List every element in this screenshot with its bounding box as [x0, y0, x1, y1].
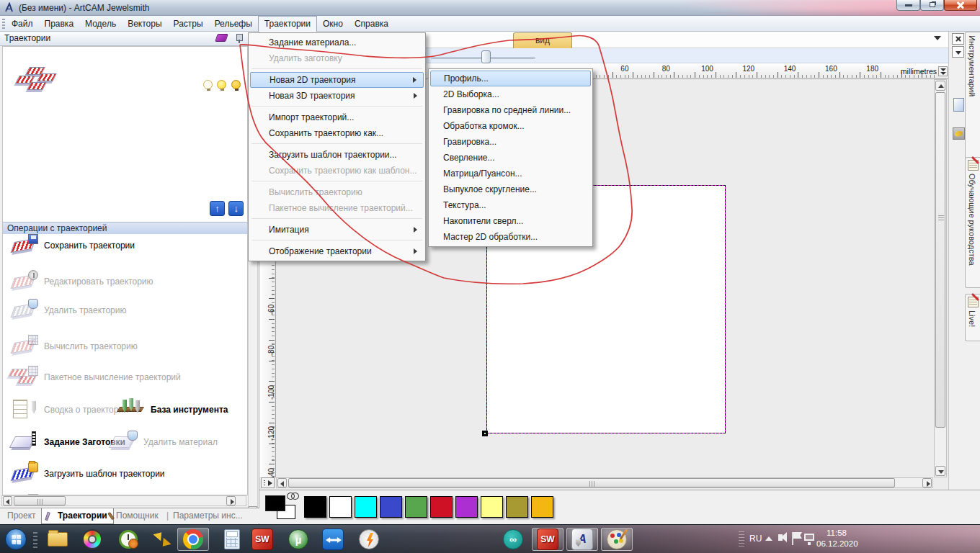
- pane-split-button[interactable]: [261, 477, 275, 488]
- menu-item-save-toolpath-as[interactable]: Сохранить траекторию как...: [250, 125, 424, 141]
- color-swatch[interactable]: [481, 496, 503, 518]
- scrollbar-thumb[interactable]: [935, 92, 945, 428]
- menu-item-batch-calculate[interactable]: Пакетное вычисление траекторий...: [250, 200, 424, 216]
- menu-item-new-2d-toolpath[interactable]: Новая 2D траектория: [250, 72, 424, 88]
- menu-item-new-3d-toolpath[interactable]: Новая 3D траектория: [250, 88, 424, 104]
- menu-item-simulation[interactable]: Имитация: [250, 222, 424, 238]
- submenu-item-texture[interactable]: Текстура...: [430, 197, 591, 213]
- minimize-button[interactable]: [896, 0, 920, 11]
- scroll-right-button[interactable]: [226, 496, 236, 505]
- primary-secondary-color-selector[interactable]: [265, 494, 303, 521]
- menu-model[interactable]: Модель: [79, 17, 122, 32]
- op-delete-toolpath[interactable]: Удалить траекторию: [10, 297, 126, 323]
- color-swatch[interactable]: [355, 496, 377, 518]
- menu-toolpaths[interactable]: Траектории: [258, 16, 317, 32]
- menu-window[interactable]: Окно: [317, 17, 349, 32]
- volume-icon[interactable]: [778, 534, 783, 541]
- menu-item-load-toolpath-template[interactable]: Загрузить шаблон траектории...: [250, 147, 424, 163]
- ruler-options-button[interactable]: [938, 66, 948, 76]
- op-toolpath-summary[interactable]: Сводка о траектории: [10, 397, 128, 423]
- tab-live[interactable]: Live!: [965, 294, 980, 341]
- menu-item-calculate-toolpath[interactable]: Вычислить траекторию: [250, 184, 424, 200]
- canvas-horizontal-scrollbar[interactable]: [276, 477, 933, 488]
- taskbar-icon-artcam-active[interactable]: A: [566, 528, 598, 551]
- relief-icon[interactable]: [953, 127, 965, 140]
- menu-vectors[interactable]: Векторы: [122, 17, 167, 32]
- taskbar-icon-utorrent[interactable]: µ: [285, 528, 311, 551]
- tab-tutorials[interactable]: Обучающие руководства: [965, 157, 980, 288]
- taskbar-icon-alarm[interactable]: [115, 528, 141, 551]
- color-swatch[interactable]: [430, 496, 453, 518]
- panel-dropdown-button[interactable]: [952, 46, 964, 58]
- toolpath-group-icon[interactable]: [17, 67, 49, 96]
- pin-icon[interactable]: [235, 34, 243, 43]
- taskbar-icon-paint-active[interactable]: [601, 528, 633, 551]
- submenu-item-convex-rounding[interactable]: Выпуклое скругление...: [430, 181, 591, 197]
- tray-clock[interactable]: 11:58 06.12.2020: [816, 528, 857, 549]
- menu-edit[interactable]: Правка: [39, 17, 80, 32]
- restore-button[interactable]: [920, 0, 944, 11]
- color-swatch[interactable]: [405, 496, 427, 518]
- scroll-right-button[interactable]: [922, 478, 932, 487]
- taskbar-icon-solidworks[interactable]: SW: [249, 528, 275, 551]
- move-down-button[interactable]: ↓: [228, 201, 244, 216]
- taskbar-icon-calculator[interactable]: [219, 528, 245, 551]
- color-swatch[interactable]: [329, 496, 352, 518]
- taskbar-icon-arrows-tool[interactable]: [149, 528, 175, 551]
- panel-close-button[interactable]: [952, 33, 964, 45]
- op-save-toolpaths[interactable]: Сохранить траектории: [10, 233, 135, 258]
- hidden-icons-button[interactable]: [765, 536, 772, 541]
- submenu-item-2d-machining-wizard[interactable]: Мастер 2D обработки...: [430, 229, 591, 245]
- combo-dropdown-icon[interactable]: [934, 36, 941, 40]
- taskbar-icon-disc[interactable]: [79, 528, 105, 551]
- op-batch-calculate[interactable]: Пакетное вычисление траекторий: [10, 364, 181, 390]
- submenu-item-drilling[interactable]: Сверление...: [430, 150, 591, 166]
- bulb-on2-icon[interactable]: [231, 80, 241, 89]
- tab-toolbox[interactable]: Инструментарий: [965, 32, 980, 166]
- menu-rasters[interactable]: Растры: [168, 17, 209, 32]
- color-swatch[interactable]: [380, 496, 402, 518]
- submenu-item-die-punch[interactable]: Матрица/Пуансон...: [430, 166, 591, 181]
- bulb-on-icon[interactable]: [217, 80, 226, 89]
- scroll-up-button[interactable]: [935, 81, 945, 91]
- menu-item-material-setup[interactable]: Задание материала...: [250, 35, 424, 50]
- primary-color-swatch[interactable]: [265, 495, 285, 511]
- menu-item-delete-stock[interactable]: Удалить заготовку: [250, 50, 424, 66]
- menu-item-save-toolpath-as-template[interactable]: Сохранить траекторию как шаблон...: [250, 163, 424, 179]
- taskbar-icon-arduino[interactable]: ∞: [500, 528, 526, 551]
- toolbar-grip[interactable]: [2, 19, 5, 29]
- start-button[interactable]: [3, 528, 29, 551]
- move-up-button[interactable]: ↑: [210, 201, 225, 216]
- submenu-item-profile[interactable]: Профиль...: [430, 71, 591, 86]
- scrollbar-thumb[interactable]: [14, 496, 66, 505]
- language-indicator[interactable]: RU: [749, 534, 762, 544]
- close-button[interactable]: [944, 0, 977, 11]
- taskbar-icon-chrome[interactable]: [177, 528, 209, 551]
- taskbar-icon-teamviewer[interactable]: [320, 528, 346, 551]
- tab-2d-view[interactable]: вид: [513, 32, 572, 48]
- tab-toolpaths[interactable]: Траектории: [41, 508, 114, 524]
- menu-file[interactable]: Файл: [6, 17, 39, 32]
- color-swatch[interactable]: [531, 496, 553, 518]
- op-material-setup[interactable]: Задание Заготовки: [10, 429, 125, 455]
- op-delete-material[interactable]: Удалить материал: [110, 429, 218, 455]
- op-load-toolpath-template[interactable]: Загрузить шаблон траектории: [10, 461, 165, 487]
- color-swatch[interactable]: [304, 496, 326, 518]
- taskbar-icon-solidworks-active[interactable]: SW: [532, 528, 564, 551]
- menu-item-toolpath-display[interactable]: Отображение траектории: [250, 243, 424, 259]
- canvas-vertical-scrollbar[interactable]: [934, 79, 947, 477]
- scrollbar-thumb[interactable]: [288, 478, 895, 487]
- tab-assistant[interactable]: Помощник: [110, 511, 159, 521]
- scroll-down-button[interactable]: [935, 466, 945, 476]
- submenu-item-edge-machining[interactable]: Обработка кромок...: [430, 118, 591, 134]
- color-swatch[interactable]: [506, 496, 528, 518]
- tab-tool-parameters[interactable]: Параметры инс...: [173, 511, 243, 521]
- link-colors-icon[interactable]: [287, 493, 300, 500]
- op-calculate-toolpath[interactable]: Вычислить траекторию: [10, 333, 138, 359]
- selection-handle[interactable]: [482, 431, 488, 436]
- scroll-left-button[interactable]: [3, 496, 12, 505]
- menu-help[interactable]: Справка: [349, 17, 394, 32]
- submenu-item-engraving[interactable]: Гравировка...: [430, 134, 591, 150]
- sidebar-horizontal-scrollbar[interactable]: [1, 495, 246, 506]
- taskbar-icon-daemon-tools[interactable]: [356, 528, 382, 551]
